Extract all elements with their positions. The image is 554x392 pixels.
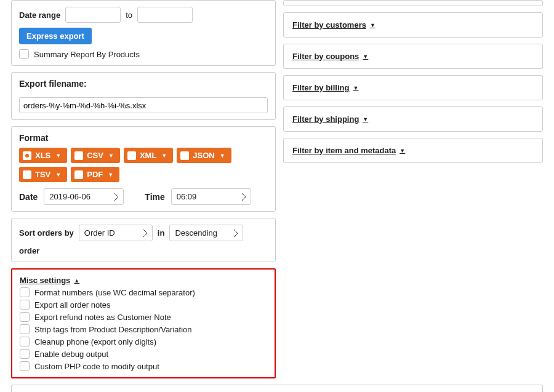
export-filename-label: Export filename:: [19, 79, 268, 89]
misc-option-label: Format numbers (use WC decimal separator…: [34, 288, 195, 297]
misc-option-checkbox[interactable]: [20, 337, 30, 346]
date-select[interactable]: 2019-06-06: [44, 188, 124, 205]
sort-label: Sort orders by: [19, 228, 74, 238]
format-option-pdf[interactable]: PDF▼: [71, 167, 119, 182]
format-option-label: CSV: [87, 151, 103, 160]
misc-option-row: Export all order notes: [20, 300, 267, 310]
radio-icon: [23, 151, 31, 160]
sort-in-label: in: [158, 228, 165, 238]
caret-down-icon: ▼: [55, 172, 61, 178]
date-range-to-input[interactable]: [137, 7, 193, 23]
format-option-label: XML: [140, 151, 156, 160]
filter-shipping-toggle[interactable]: Filter by shipping ▼: [292, 114, 368, 124]
sort-direction-select[interactable]: Descending: [169, 225, 243, 241]
caret-up-icon: ▲: [74, 278, 79, 284]
express-export-button[interactable]: Express export: [19, 28, 92, 44]
caret-down-icon: ▼: [363, 54, 368, 60]
format-option-xls[interactable]: XLS▼: [19, 148, 67, 163]
caret-down-icon: ▼: [55, 153, 61, 159]
misc-option-label: Strip tags from Product Description/Vari…: [34, 325, 192, 334]
misc-option-checkbox[interactable]: [20, 300, 30, 310]
misc-option-row: Export refund notes as Customer Note: [20, 312, 267, 322]
format-option-label: PDF: [87, 170, 103, 179]
misc-option-checkbox[interactable]: [20, 324, 30, 334]
caret-down-icon: ▼: [370, 22, 375, 28]
misc-option-row: Format numbers (use WC decimal separator…: [20, 287, 267, 297]
format-option-xml[interactable]: XML▼: [124, 148, 173, 163]
misc-option-row: Enable debug output: [20, 349, 267, 359]
misc-option-checkbox[interactable]: [20, 361, 30, 371]
misc-settings-toggle[interactable]: Misc settings ▲: [20, 276, 79, 285]
radio-icon: [180, 151, 189, 160]
misc-settings-panel: Misc settings ▲ Format numbers (use WC d…: [11, 268, 276, 378]
format-options: XLS▼CSV▼XML▼JSON▼TSV▼PDF▼: [19, 148, 268, 182]
misc-option-label: Custom PHP code to modify output: [34, 362, 159, 371]
summary-report-label: Summary Report By Products: [34, 50, 140, 59]
misc-option-row: Cleanup phone (export only digits): [20, 337, 267, 346]
format-option-json[interactable]: JSON▼: [177, 148, 231, 163]
caret-down-icon: ▼: [108, 153, 114, 159]
caret-down-icon: ▼: [399, 148, 405, 154]
misc-option-label: Enable debug output: [34, 350, 108, 359]
filter-item-metadata-toggle[interactable]: Filter by item and metadata ▼: [292, 146, 405, 155]
radio-icon: [23, 170, 31, 179]
sort-order-label: order: [19, 246, 39, 255]
format-option-tsv[interactable]: TSV▼: [19, 167, 67, 182]
misc-option-checkbox[interactable]: [20, 287, 30, 297]
format-option-label: TSV: [35, 170, 50, 179]
sort-field-select[interactable]: Order ID: [79, 225, 153, 241]
radio-icon: [74, 151, 83, 160]
misc-option-row: Custom PHP code to modify output: [20, 361, 267, 371]
format-label: Format: [19, 133, 268, 143]
date-range-label: Date range: [19, 10, 60, 20]
radio-icon: [127, 151, 136, 160]
date-range-from-input[interactable]: [65, 7, 121, 23]
format-option-label: JSON: [193, 151, 214, 160]
date-range-to-label: to: [126, 10, 132, 20]
caret-down-icon: ▼: [220, 153, 225, 159]
summary-report-checkbox[interactable]: [19, 49, 29, 59]
filter-customers-toggle[interactable]: Filter by customers ▼: [292, 20, 375, 30]
filter-billing-toggle[interactable]: Filter by billing ▼: [292, 83, 358, 92]
misc-option-checkbox[interactable]: [20, 312, 30, 322]
filter-coupons-toggle[interactable]: Filter by coupons ▼: [292, 52, 368, 61]
time-select[interactable]: 06:09: [171, 188, 251, 205]
misc-option-label: Export all order notes: [34, 300, 111, 310]
time-label: Time: [145, 192, 164, 202]
right-spacer-panel: [283, 0, 543, 6]
radio-icon: [74, 170, 83, 179]
date-label: Date: [19, 192, 38, 202]
format-option-csv[interactable]: CSV▼: [71, 148, 120, 163]
caret-down-icon: ▼: [353, 85, 358, 91]
misc-option-label: Export refund notes as Customer Note: [34, 313, 171, 322]
misc-option-label: Cleanup phone (export only digits): [34, 337, 156, 346]
format-option-label: XLS: [35, 151, 50, 160]
caret-down-icon: ▼: [108, 172, 113, 178]
caret-down-icon: ▼: [363, 116, 368, 122]
misc-option-checkbox[interactable]: [20, 349, 30, 359]
misc-option-row: Strip tags from Product Description/Vari…: [20, 324, 267, 334]
caret-down-icon: ▼: [161, 153, 167, 159]
export-filename-input[interactable]: [19, 97, 268, 113]
